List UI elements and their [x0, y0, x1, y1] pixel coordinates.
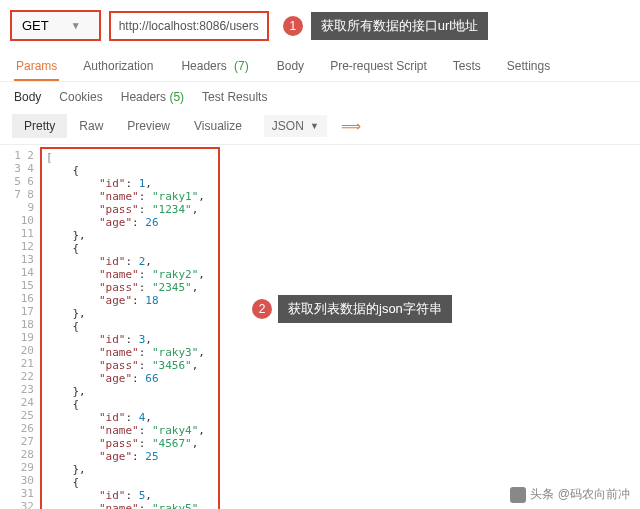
wrap-line-icon[interactable]: ⟹: [335, 118, 367, 134]
response-body: 1 2 3 4 5 6 7 8 9 10 11 12 13 14 15 16 1…: [0, 145, 640, 509]
toutiao-icon: [510, 487, 526, 503]
chevron-down-icon: ▼: [310, 121, 319, 131]
request-bar: GET ▼ http://localhost:8086/users 1 获取所有…: [0, 0, 640, 47]
view-visualize[interactable]: Visualize: [182, 114, 254, 138]
tab-headers-res[interactable]: Headers (5): [121, 90, 184, 104]
view-raw[interactable]: Raw: [67, 114, 115, 138]
tab-headers-req[interactable]: Headers (7): [177, 53, 252, 81]
annotation-2: 2 获取列表数据的json字符串: [246, 295, 452, 323]
view-preview[interactable]: Preview: [115, 114, 182, 138]
url-input[interactable]: http://localhost:8086/users: [109, 11, 269, 41]
tab-body-req[interactable]: Body: [275, 53, 306, 81]
tab-settings[interactable]: Settings: [505, 53, 552, 81]
annotation-callout-2: 获取列表数据的json字符串: [278, 295, 452, 323]
annotation-callout-1: 获取所有数据的接口url地址: [311, 12, 488, 40]
response-tabs: Body Cookies Headers (5) Test Results: [0, 82, 640, 108]
tab-prerequest[interactable]: Pre-request Script: [328, 53, 429, 81]
format-dropdown[interactable]: JSON▼: [264, 115, 327, 137]
tab-cookies[interactable]: Cookies: [59, 90, 102, 104]
line-gutter: 1 2 3 4 5 6 7 8 9 10 11 12 13 14 15 16 1…: [12, 147, 40, 509]
http-method-dropdown[interactable]: GET ▼: [10, 10, 101, 41]
watermark: 头条 @码农向前冲: [510, 486, 630, 503]
tab-authorization[interactable]: Authorization: [81, 53, 155, 81]
annotation-badge-2: 2: [252, 299, 272, 319]
tab-tests[interactable]: Tests: [451, 53, 483, 81]
annotation-badge-1: 1: [283, 16, 303, 36]
http-method-value: GET: [22, 18, 49, 33]
tab-body-res[interactable]: Body: [14, 90, 41, 104]
tab-params[interactable]: Params: [14, 53, 59, 81]
request-tabs: Params Authorization Headers (7) Body Pr…: [0, 47, 640, 82]
view-pretty[interactable]: Pretty: [12, 114, 67, 138]
tab-testresults[interactable]: Test Results: [202, 90, 267, 104]
json-code[interactable]: [ { "id": 1, "name": "raky1", "pass": "1…: [40, 147, 220, 509]
response-viewbar: Pretty Raw Preview Visualize JSON▼ ⟹: [0, 108, 640, 145]
chevron-down-icon: ▼: [71, 20, 81, 31]
